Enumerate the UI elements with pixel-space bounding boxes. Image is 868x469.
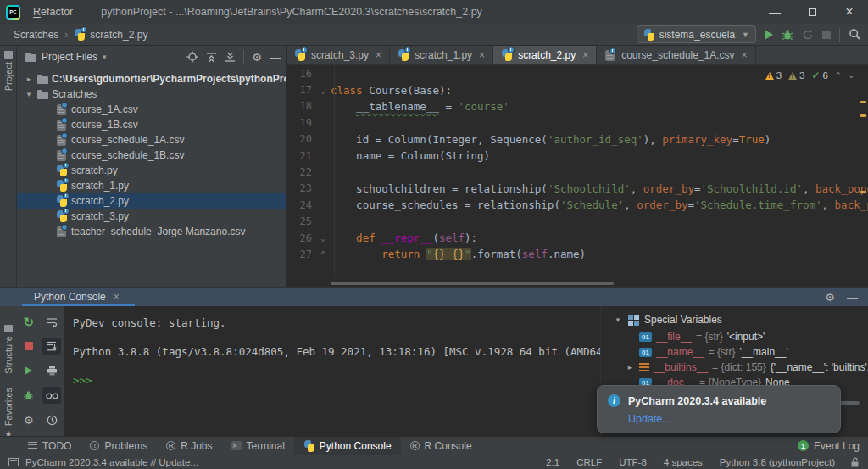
status-indent-size[interactable]: 4 spaces — [664, 457, 703, 467]
lock-icon[interactable] — [850, 457, 860, 467]
close-tab-icon[interactable]: × — [742, 49, 748, 61]
breadcrumb-scratches[interactable]: Scratches — [14, 29, 58, 41]
chevron-down-icon[interactable]: ▾ — [103, 53, 107, 61]
project-view-title[interactable]: Project Files — [42, 51, 97, 63]
tree-item[interactable]: ▾Scratches — [17, 87, 286, 102]
print-button[interactable] — [42, 362, 61, 379]
close-tab-icon[interactable]: × — [582, 49, 588, 61]
close-icon[interactable]: × — [114, 291, 120, 303]
status-message[interactable]: PyCharm 2020.3.4 available // Update... — [25, 457, 198, 467]
tool-window-button-python-console[interactable]: Python Console — [294, 437, 401, 455]
status-interpreter[interactable]: Python 3.8 (pythonProject) — [720, 457, 835, 467]
status-encoding[interactable]: UTF-8 — [619, 457, 647, 467]
tool-window-button-r-jobs[interactable]: RR Jobs — [157, 437, 221, 455]
scratch-badge-icon — [61, 132, 68, 139]
python-file-icon — [501, 49, 513, 61]
weak-warnings-indicator[interactable]: 3 — [788, 70, 804, 81]
error-stripe-mark[interactable] — [860, 114, 866, 117]
tool-window-button-problems[interactable]: !Problems — [81, 437, 157, 455]
inspections-widget[interactable]: 3 3 ✓6 ⌃ ⌄ — [765, 70, 854, 81]
console-output[interactable]: PyDev console: starting.Python 3.8.8 (ta… — [64, 306, 600, 436]
tool-window-button-terminal[interactable]: >_Terminal — [222, 437, 294, 455]
editor-tab[interactable]: scratch_1.py× — [390, 46, 493, 64]
run-configuration-select[interactable]: sistema_escuela ▼ — [637, 25, 756, 43]
pycharm-window: FileEditViewNavigateCodeRefactorRunTools… — [0, 0, 868, 469]
update-link[interactable]: Update... — [628, 413, 830, 425]
tree-item[interactable]: scratch_3.py — [17, 209, 286, 224]
tree-chevron-icon[interactable]: ▸ — [625, 363, 635, 371]
event-log-button[interactable]: 1 Event Log — [798, 440, 860, 452]
search-everywhere-icon[interactable] — [849, 28, 861, 41]
variable-row[interactable]: ▸__builtins__ = {dict: 155} {'__name__':… — [601, 360, 868, 375]
run-button[interactable] — [765, 30, 773, 40]
editor-tab[interactable]: course_schedule_1A.csv× — [597, 46, 755, 64]
editor-tab[interactable]: scratch_3.py× — [287, 46, 390, 64]
code-token: ) — [765, 133, 771, 146]
variables-header-row[interactable]: ▾ Special Variables — [601, 306, 868, 329]
error-stripe-mark[interactable] — [860, 101, 866, 103]
next-problem-icon[interactable]: ⌄ — [848, 71, 854, 80]
stop-console-button[interactable] — [19, 338, 38, 355]
line-number: 16 — [287, 68, 315, 80]
debug-button[interactable] — [782, 29, 793, 41]
close-tab-icon[interactable]: × — [376, 49, 381, 61]
update-notification[interactable]: i PyCharm 2020.3.4 available Update... — [597, 385, 841, 433]
typos-indicator[interactable]: ✓6 — [811, 70, 827, 81]
expand-all-icon[interactable] — [206, 52, 217, 63]
fold-marker-icon[interactable]: ⌄ — [315, 86, 331, 95]
tool-window-button-r-console[interactable]: RR Console — [401, 437, 481, 455]
code-area[interactable]: 1617⌄class Course(Base):18 __tablename__… — [287, 65, 868, 287]
editor-tab[interactable]: scratch_2.py× — [493, 46, 597, 64]
tool-window-button-todo[interactable]: TODO — [19, 437, 81, 455]
tree-chevron-icon[interactable]: ▸ — [24, 75, 34, 83]
status-caret-position[interactable]: 2:1 — [546, 457, 559, 467]
warnings-indicator[interactable]: 3 — [765, 70, 782, 81]
console-settings-button[interactable]: ⚙ — [19, 411, 38, 428]
locate-file-icon[interactable] — [186, 51, 198, 63]
breadcrumb-current-file[interactable]: scratch_2.py — [90, 29, 147, 41]
execute-button[interactable] — [19, 362, 38, 379]
gear-icon[interactable]: ⚙ — [825, 291, 835, 304]
tree-item[interactable]: ▸C:\Users\gdumortier\PycharmProjects\pyt… — [17, 71, 286, 87]
history-button[interactable] — [42, 411, 61, 428]
tool-button-structure[interactable]: Structure — [0, 325, 17, 374]
close-tab-icon[interactable]: × — [479, 49, 485, 61]
tool-button-favorites[interactable]: Favorites ★ — [0, 388, 17, 438]
scroll-to-end-button[interactable] — [42, 338, 61, 355]
tree-item[interactable]: teacher_schedule_Jorge Manzano.csv — [17, 224, 286, 239]
error-stripe-mark[interactable] — [860, 191, 866, 193]
soft-wrap-button[interactable] — [42, 313, 61, 330]
prev-problem-icon[interactable]: ⌃ — [835, 71, 842, 80]
variable-row[interactable]: 01__name__ = {str} '__main__' — [601, 344, 868, 360]
tree-item[interactable]: course_1B.csv — [17, 117, 286, 132]
attach-debugger-button[interactable] — [19, 387, 38, 404]
tree-item[interactable]: scratch_2.py — [17, 193, 286, 209]
hide-panel-icon[interactable]: — — [847, 291, 858, 304]
minimize-button[interactable]: — — [756, 0, 793, 24]
close-button[interactable]: × — [831, 0, 868, 24]
tool-button-project[interactable]: Project — [0, 51, 17, 91]
tree-item[interactable]: scratch.py — [17, 163, 286, 178]
console-tab[interactable]: Python Console × — [31, 288, 123, 306]
variable-row[interactable]: 01__file__ = {str} '<input>' — [601, 329, 868, 344]
run-with-coverage-button[interactable] — [802, 29, 814, 41]
menu-refactor[interactable]: Refactor — [25, 0, 82, 24]
fold-marker-icon[interactable]: ⌃ — [315, 249, 331, 259]
fold-marker-icon[interactable]: ⌄ — [315, 233, 331, 243]
variable-type: = {str} — [696, 331, 723, 343]
tree-item[interactable]: scratch_1.py — [17, 178, 286, 193]
collapse-all-icon[interactable] — [225, 52, 236, 63]
rerun-console-button[interactable]: ↻ — [19, 313, 38, 330]
stop-button[interactable] — [822, 31, 831, 39]
editor-horizontal-scrollbar[interactable] — [331, 282, 614, 285]
maximize-button[interactable] — [793, 0, 831, 24]
tree-item[interactable]: course_schedule_1B.csv — [17, 148, 286, 163]
tree-item[interactable]: course_1A.csv — [17, 102, 286, 117]
tree-chevron-icon[interactable]: ▾ — [24, 90, 34, 98]
show-variables-button[interactable] — [42, 387, 61, 404]
hide-panel-icon[interactable]: — — [270, 51, 281, 64]
status-line-ending[interactable]: CRLF — [576, 457, 602, 467]
console-prompt[interactable]: >>> — [73, 374, 600, 387]
gear-icon[interactable]: ⚙ — [252, 51, 262, 64]
tree-item[interactable]: course_schedule_1A.csv — [17, 132, 286, 148]
